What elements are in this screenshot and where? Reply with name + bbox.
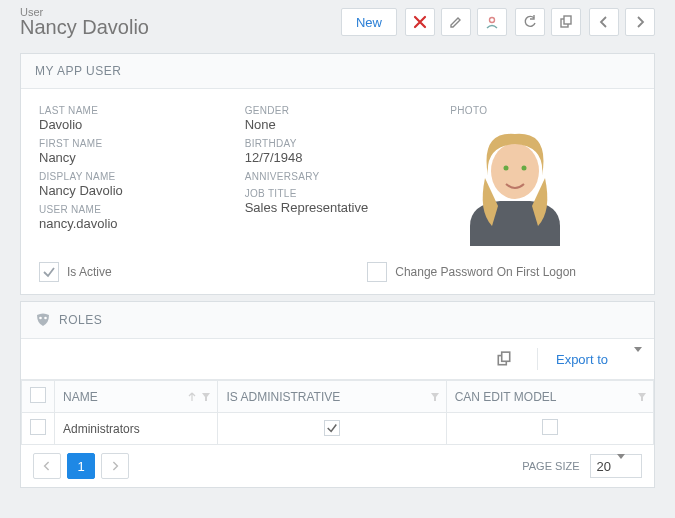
edit-button[interactable] — [441, 8, 471, 36]
change-password-label: Change Password On First Logon — [395, 265, 576, 279]
page-title: Nancy Davolio — [20, 16, 341, 39]
svg-point-7 — [39, 317, 42, 320]
chevron-right-icon — [111, 461, 119, 471]
photo-label: PHOTO — [450, 105, 636, 116]
select-all-checkbox[interactable] — [30, 387, 46, 403]
column-header-name[interactable]: NAME — [55, 381, 218, 413]
cell-name: Administrators — [55, 413, 218, 445]
last-name-label: LAST NAME — [39, 105, 225, 116]
filter-icon — [430, 392, 440, 402]
chevron-down-icon — [611, 459, 625, 474]
page-size-select[interactable]: 20 — [590, 454, 642, 478]
birthday-value: 12/7/1948 — [245, 150, 431, 165]
can-edit-checkbox[interactable] — [542, 419, 558, 435]
prev-record-button[interactable] — [589, 8, 619, 36]
next-record-button[interactable] — [625, 8, 655, 36]
gender-label: GENDER — [245, 105, 431, 116]
permissions-button[interactable] — [477, 8, 507, 36]
sort-icon — [187, 392, 197, 402]
is-admin-checkbox[interactable] — [324, 420, 340, 436]
copy-icon — [559, 15, 573, 29]
chevron-left-icon — [43, 461, 51, 471]
last-name-value: Davolio — [39, 117, 225, 132]
first-name-value: Nancy — [39, 150, 225, 165]
pencil-icon — [449, 15, 463, 29]
change-password-checkbox[interactable] — [367, 262, 387, 282]
pager-page-1[interactable]: 1 — [67, 453, 95, 479]
display-name-value: Nancy Davolio — [39, 183, 225, 198]
roles-panel: ROLES Export to NAME IS ADM — [20, 301, 655, 488]
table-row[interactable]: Administrators — [22, 413, 654, 445]
roles-clone-button[interactable] — [489, 345, 519, 373]
delete-button[interactable] — [405, 8, 435, 36]
chevron-right-icon — [635, 16, 645, 28]
user-name-label: USER NAME — [39, 204, 225, 215]
filter-icon — [637, 392, 647, 402]
filter-icon — [201, 392, 211, 402]
svg-point-0 — [490, 18, 495, 23]
pager-prev-button[interactable] — [33, 453, 61, 479]
first-name-label: FIRST NAME — [39, 138, 225, 149]
gender-value: None — [245, 117, 431, 132]
svg-point-6 — [522, 166, 527, 171]
user-icon — [485, 15, 499, 29]
anniversary-label: ANNIVERSARY — [245, 171, 431, 182]
copy-icon — [496, 351, 512, 367]
cell-can-edit — [446, 413, 653, 445]
chevron-left-icon — [599, 16, 609, 28]
svg-rect-2 — [564, 16, 571, 24]
job-title-value: Sales Representative — [245, 200, 431, 215]
svg-point-4 — [491, 143, 539, 199]
user-panel-title: MY APP USER — [21, 54, 654, 89]
mask-icon — [35, 312, 51, 328]
pager-next-button[interactable] — [101, 453, 129, 479]
job-title-label: JOB TITLE — [245, 188, 431, 199]
column-header-can-edit[interactable]: CAN EDIT MODEL — [446, 381, 653, 413]
is-active-label: Is Active — [67, 265, 112, 279]
birthday-label: BIRTHDAY — [245, 138, 431, 149]
clone-button[interactable] — [551, 8, 581, 36]
refresh-icon — [523, 15, 537, 29]
svg-point-8 — [44, 317, 47, 320]
check-icon — [42, 265, 56, 279]
is-active-checkbox[interactable] — [39, 262, 59, 282]
cell-is-admin — [218, 413, 446, 445]
row-select-checkbox[interactable] — [30, 419, 46, 435]
user-name-value: nancy.davolio — [39, 216, 225, 231]
new-button[interactable]: New — [341, 8, 397, 36]
check-icon — [326, 422, 338, 434]
roles-table: NAME IS ADMINISTRATIVE CAN EDIT MODEL — [21, 380, 654, 445]
display-name-label: DISPLAY NAME — [39, 171, 225, 182]
refresh-button[interactable] — [515, 8, 545, 36]
close-icon — [413, 15, 427, 29]
user-photo — [450, 116, 580, 246]
chevron-down-icon — [628, 352, 642, 367]
export-dropdown[interactable]: Export to — [556, 352, 642, 367]
page-size-label: PAGE SIZE — [522, 460, 579, 472]
roles-panel-title: ROLES — [59, 313, 102, 327]
svg-point-5 — [504, 166, 509, 171]
user-details-panel: MY APP USER LAST NAME Davolio FIRST NAME… — [20, 53, 655, 295]
svg-rect-10 — [502, 352, 510, 361]
column-header-is-admin[interactable]: IS ADMINISTRATIVE — [218, 381, 446, 413]
